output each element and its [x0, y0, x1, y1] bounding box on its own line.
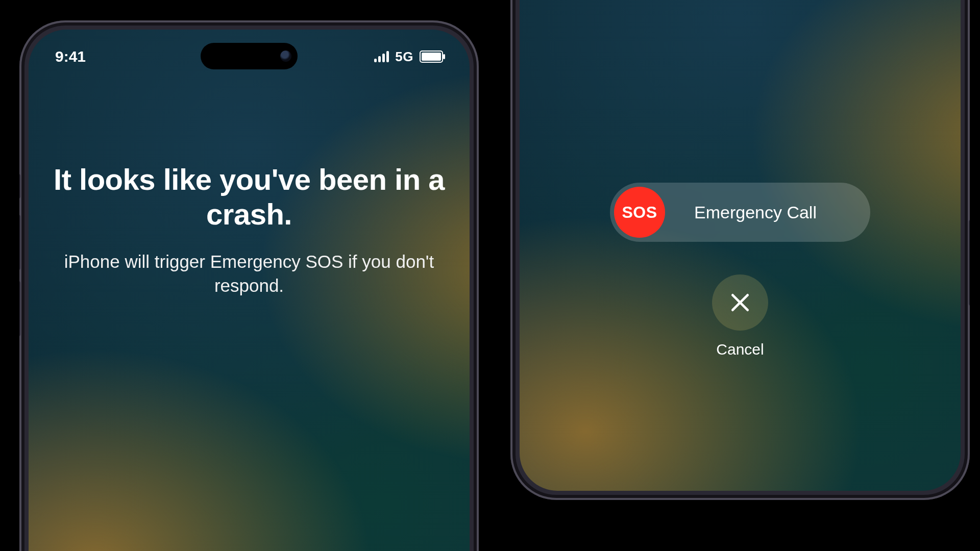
cancel-label: Cancel	[716, 341, 764, 358]
cancel-button[interactable]	[712, 274, 768, 331]
sos-knob-text: SOS	[622, 203, 657, 222]
network-label: 5G	[395, 49, 413, 65]
phone-emergency-call: SOS Emergency Call Cancel	[510, 0, 970, 500]
crash-heading: It looks like you've been in a crash.	[53, 162, 445, 232]
volume-down-button	[19, 281, 20, 337]
sos-slider-knob[interactable]: SOS	[614, 187, 665, 238]
cellular-signal-icon	[374, 51, 389, 62]
close-icon	[729, 291, 751, 314]
phone-screen: SOS Emergency Call Cancel	[520, 0, 961, 491]
dynamic-island	[201, 43, 298, 69]
crash-message: It looks like you've been in a crash. iP…	[29, 162, 470, 297]
battery-icon	[420, 51, 443, 63]
phone-screen: 9:41 5G It looks like you've been in a c…	[29, 30, 470, 551]
side-button	[19, 173, 20, 199]
status-right: 5G	[374, 49, 443, 65]
phone-crash-detected: 9:41 5G It looks like you've been in a c…	[19, 20, 479, 551]
crash-subtext: iPhone will trigger Emergency SOS if you…	[53, 249, 445, 298]
emergency-call-slider[interactable]: SOS Emergency Call	[610, 183, 870, 242]
status-time: 9:41	[55, 48, 86, 65]
power-button	[969, 219, 970, 306]
volume-up-button	[19, 214, 20, 270]
